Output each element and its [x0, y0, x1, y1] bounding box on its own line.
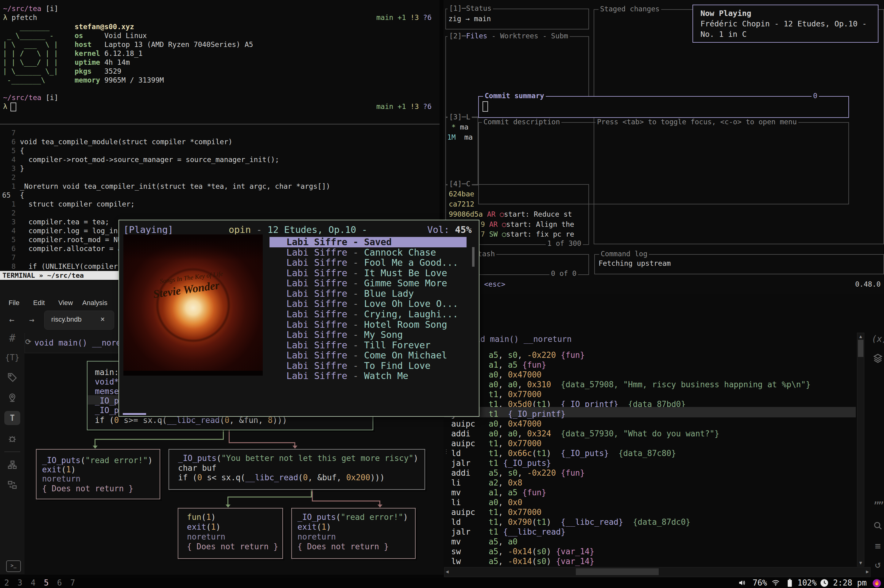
disasm-mnemonic: auipc [451, 508, 475, 517]
track-progress-bar[interactable] [123, 413, 146, 415]
graph-node-read-error[interactable]: _IO_puts("read error!") exit(1) noreturn… [36, 449, 160, 499]
edge-true [223, 429, 224, 440]
keybinding-hint: Press <tab> to toggle focus, <c-o> to op… [596, 118, 798, 126]
transform-icon[interactable] [4, 477, 21, 492]
types-icon[interactable]: {T} [4, 350, 21, 365]
nav-back-button[interactable]: ← [9, 315, 14, 325]
node-line: _IO_puts("read error!") [297, 513, 408, 522]
disasm-mnemonic: ld [451, 518, 461, 526]
commit-row[interactable]: ca7212 [449, 200, 474, 208]
edge-false [312, 501, 380, 501]
menu-view[interactable]: View [58, 299, 73, 307]
refresh-icon[interactable]: ⟳ [25, 338, 31, 346]
playlist-scrollbar-thumb[interactable] [472, 247, 474, 267]
playlist-item[interactable]: Labi Siffre - Watch Me [270, 371, 467, 381]
layers-icon[interactable] [872, 353, 884, 366]
music-player-window[interactable]: [Playing] opin - 12 Etudes, Op.10 - Vol:… [119, 220, 479, 417]
variables-icon[interactable]: (x) [872, 334, 884, 344]
history-icon[interactable]: ↺ [872, 558, 884, 570]
menu-file[interactable]: File [9, 299, 20, 307]
disasm-mnemonic: addi [451, 429, 471, 438]
tab-close-icon[interactable]: × [101, 315, 105, 324]
vertical-scrollbar[interactable]: ▲ ▼ [857, 333, 864, 567]
menu-analysis[interactable]: Analysis [82, 299, 107, 307]
playlist-item[interactable]: Labi Siffre - Love Oh Love O... [270, 298, 467, 309]
disasm-operands: t1 {_IO_puts} [489, 459, 551, 468]
linear-disassembly[interactable]: void main() __noreturn addia5, s0, -0x22… [444, 333, 884, 578]
disasm-operands: t1, 0x790(t1) {__libc_read} {data_87dc0} [489, 518, 690, 526]
terminal-panel-icon[interactable]: >_ [6, 560, 21, 572]
search-icon[interactable] [872, 520, 884, 533]
comments-icon[interactable]: ”” [872, 500, 884, 512]
lines-icon[interactable]: ≡ [872, 540, 884, 552]
disasm-mnemonic: auipc [451, 419, 475, 428]
branch-row[interactable]: * ma [447, 123, 468, 131]
scrollbar-thumb[interactable] [858, 340, 863, 357]
playlist-item[interactable]: Labi Siffre - Saved [270, 237, 467, 248]
graph-node-read-error-2[interactable]: _IO_puts("read error!") exit(1) noreturn… [291, 508, 416, 559]
node-line: fun(1) [187, 513, 216, 522]
commit-row[interactable]: 9 AR ○start: Align the [481, 220, 574, 229]
tray-flame-icon[interactable] [872, 579, 881, 588]
disasm-operands: t1, 0x77000 [489, 439, 542, 448]
workspace-3[interactable]: 3 [18, 578, 23, 587]
node-line: { Does not return } [187, 542, 278, 551]
volume-icon[interactable] [738, 579, 746, 588]
playlist-item[interactable]: Labi Siffre - Hotel Room Song [270, 320, 467, 330]
workspace-6[interactable]: 6 [57, 578, 62, 587]
commit-description-input[interactable] [478, 122, 849, 204]
workspace-2[interactable]: 2 [4, 578, 9, 587]
disasm-operands: t1, 0x66c(t1) {_IO_puts} {data_87c80} [489, 448, 676, 458]
now-playing-notification[interactable]: Now Playing Frédéric Chopin - 12 Etudes,… [692, 4, 878, 43]
clock-icon [820, 579, 828, 588]
commit-row[interactable]: 624bae [449, 190, 474, 198]
status-bar: 234567 76% 102% 2:28 pm [0, 578, 884, 588]
node-line: { Does not return } [297, 542, 389, 551]
disasm-operands: a5, s0, -0x220 {fun} [489, 468, 585, 477]
nav-forward-button[interactable]: → [29, 315, 35, 325]
scrollbar-thumb[interactable] [576, 568, 659, 575]
disasm-mnemonic: sw [451, 547, 461, 556]
commit-row[interactable]: 99086d5a AR ○start: Reduce st [449, 210, 572, 219]
tab-riscy-bndb[interactable]: riscy.bndb × [44, 310, 114, 330]
playlist-item[interactable]: Labi Siffre - Till Forever [270, 340, 467, 351]
node-line: _IO_puts("read error!") [42, 456, 153, 465]
workspace-7[interactable]: 7 [70, 578, 75, 587]
git-status-segment: main +1 !3 ?6 [376, 102, 432, 111]
horizontal-scrollbar[interactable]: ◀ ▶ [444, 567, 870, 577]
playlist-item[interactable]: Labi Siffre - To Find Love [270, 361, 467, 371]
location-pin-icon[interactable] [4, 390, 21, 405]
graph-node-riscy[interactable]: _IO_puts("You better not let this get mo… [168, 449, 425, 490]
fetch-info-row: pkgs3529 [75, 67, 253, 76]
pane-drag-handle[interactable]: ⋮ [444, 450, 446, 453]
playlist-item[interactable]: Labi Siffre - Fool Me a Good... [270, 258, 467, 268]
playlist-item[interactable]: Labi Siffre - Cannock Chase [270, 248, 467, 258]
hierarchy-icon[interactable] [4, 457, 21, 472]
wifi-icon[interactable] [771, 579, 780, 588]
gitui-version: 0.48.0 [855, 280, 881, 288]
graph-node-fun[interactable]: fun(1) exit(1) noreturn { Does not retur… [178, 508, 283, 559]
code-line: 6void tea_compile_module(struct compiler… [0, 138, 440, 146]
playlist-item[interactable]: Labi Siffre - Crying, Laughi... [270, 309, 467, 320]
playlist-item[interactable]: Labi Siffre - Come On Michael [270, 350, 467, 361]
text-view-icon[interactable]: T [4, 411, 20, 425]
commit-row[interactable]: 7 SW ○start: fix pc re [481, 230, 574, 238]
playlist-item[interactable]: Labi Siffre - It Must Be Love [270, 268, 467, 278]
gitui-commits-title: [4]─C [447, 180, 472, 188]
symbols-hash-icon[interactable]: # [4, 330, 21, 345]
playlist-item[interactable]: Labi Siffre - My Song [270, 330, 467, 340]
workspace-5[interactable]: 5 [44, 578, 49, 587]
fetch-info-row: uptime4h 14m [75, 58, 253, 67]
playlist-item[interactable]: Labi Siffre - Blue Lady [270, 288, 467, 299]
workspace-4[interactable]: 4 [31, 578, 36, 587]
edge-true [227, 496, 312, 498]
gitui-staged-title: Staged changes [599, 5, 661, 13]
disasm-mnemonic: li [451, 478, 461, 488]
terminal-tab-bar[interactable]: TERMINAL » ~/src/tea [0, 271, 119, 280]
branch-row[interactable]: 1M ma [447, 133, 473, 141]
tag-icon[interactable] [4, 370, 21, 385]
debugger-bug-icon[interactable] [4, 431, 21, 447]
menu-edit[interactable]: Edit [33, 299, 45, 307]
node-line: char buf [178, 464, 216, 472]
playlist-item[interactable]: Labi Siffre - Gimme Some More [270, 278, 467, 288]
